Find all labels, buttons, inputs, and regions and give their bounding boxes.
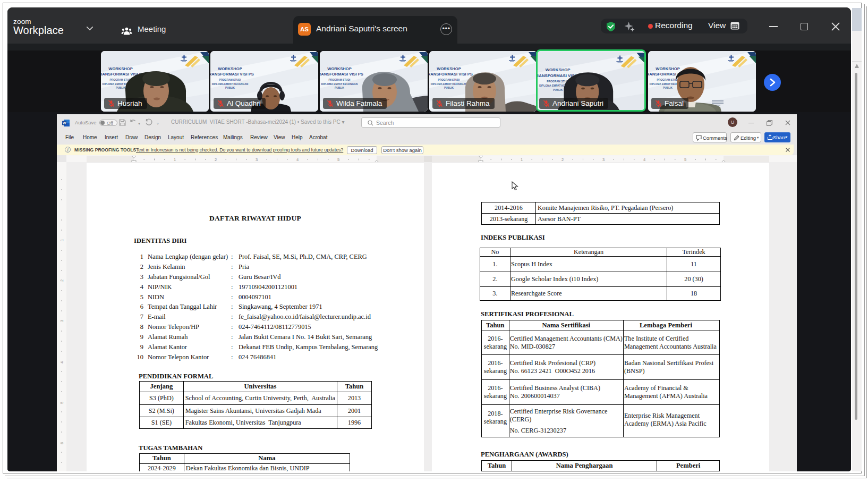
svg-text:TRANSFORMASI VISI PS: TRANSFORMASI VISI PS [320,72,363,77]
svg-text:3: 3 [256,157,258,162]
svg-text:WORKSHOP: WORKSHOP [327,66,352,71]
svg-text:DIPLOMA EMPAT KEUANGAN: DIPLOMA EMPAT KEUANGAN [321,83,358,86]
svg-text:PROGRAM STUDI: PROGRAM STUDI [657,79,679,81]
svg-text:4: 4 [643,157,645,162]
svg-text:3: 3 [602,157,605,162]
svg-text:DIPLOMA EMPAT KEUANGAN: DIPLOMA EMPAT KEUANGAN [431,83,467,86]
svg-text:4: 4 [296,157,299,162]
svg-text:5: 5 [59,402,64,404]
svg-text:TRANSFORMASI VISI PS: TRANSFORMASI VISI PS [210,72,254,77]
svg-text:2: 2 [215,157,217,162]
svg-text:2: 2 [561,157,564,162]
svg-text:PUBLIK: PUBLIK [225,87,235,89]
svg-text:WORKSHOP: WORKSHOP [656,66,680,71]
svg-text:TRANSFORMASI VISI PS: TRANSFORMASI VISI PS [429,72,473,77]
svg-text:PUBLIK: PUBLIK [335,87,344,89]
svg-text:WORKSHOP: WORKSHOP [108,66,133,71]
svg-text:1: 1 [521,157,523,162]
svg-text:W: W [63,121,66,125]
svg-text:1: 1 [174,157,176,162]
svg-text:PROGRAM STUDI: PROGRAM STUDI [219,79,241,81]
svg-text:PUBLIK: PUBLIK [553,89,563,91]
svg-text:5: 5 [684,157,686,162]
svg-text:PUBLIK: PUBLIK [116,87,125,89]
svg-text:PUBLIK: PUBLIK [444,87,454,89]
svg-text:PROGRAM STUDI: PROGRAM STUDI [329,79,351,81]
svg-text:1: 1 [59,239,64,241]
svg-text:PROGRAM STUDI: PROGRAM STUDI [438,79,460,81]
svg-text:WORKSHOP: WORKSHOP [546,67,571,72]
svg-text:6: 6 [59,442,64,444]
svg-text:DIPLOMA EMPAT KEUANGAN: DIPLOMA EMPAT KEUANGAN [212,83,249,86]
svg-text:3: 3 [59,320,64,322]
svg-text:WORKSHOP: WORKSHOP [218,66,242,71]
svg-text:PUBLIK: PUBLIK [663,87,673,89]
svg-text:5: 5 [337,157,339,162]
svg-text:4: 4 [59,361,64,363]
svg-text:2: 2 [59,280,64,282]
svg-text:WORKSHOP: WORKSHOP [437,66,461,71]
